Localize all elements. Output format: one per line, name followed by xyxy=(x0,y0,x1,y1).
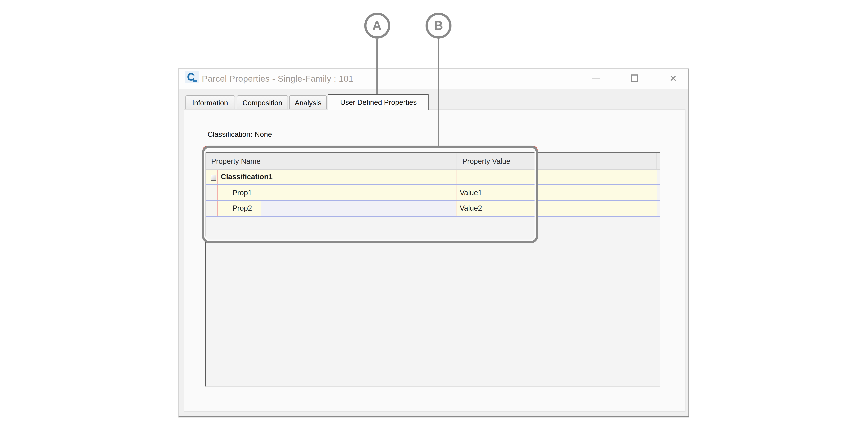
tab-composition[interactable]: Composition xyxy=(237,95,288,109)
app-icon-badge xyxy=(193,80,197,83)
cell-border xyxy=(657,201,657,216)
minimize-icon xyxy=(592,78,600,79)
callout-b-highlight-box xyxy=(202,145,538,243)
classification-label: Classification: xyxy=(208,130,252,138)
maximize-icon xyxy=(631,75,639,82)
callout-a-badge: A xyxy=(364,13,390,39)
classification-row: Classification:None xyxy=(208,130,272,138)
cell-border xyxy=(657,186,657,200)
close-icon: ✕ xyxy=(669,74,677,83)
maximize-button[interactable] xyxy=(625,69,644,88)
tab-analysis[interactable]: Analysis xyxy=(289,95,327,109)
close-button[interactable]: ✕ xyxy=(664,69,683,88)
classification-value: None xyxy=(255,130,272,138)
tab-information[interactable]: Information xyxy=(185,95,235,109)
screenshot-canvas: C Parcel Properties - Single-Family : 10… xyxy=(0,0,868,427)
callout-a-line xyxy=(376,38,378,95)
callout-b-line xyxy=(438,38,439,146)
minimize-button[interactable] xyxy=(587,69,605,88)
civil3d-app-icon: C xyxy=(185,71,198,83)
cell-border xyxy=(657,170,657,184)
callout-b-badge: B xyxy=(426,13,452,39)
tab-user-defined-properties[interactable]: User Defined Properties xyxy=(328,94,429,109)
window-title: Parcel Properties - Single-Family : 101 xyxy=(202,74,353,84)
titlebar[interactable]: C Parcel Properties - Single-Family : 10… xyxy=(179,69,688,89)
